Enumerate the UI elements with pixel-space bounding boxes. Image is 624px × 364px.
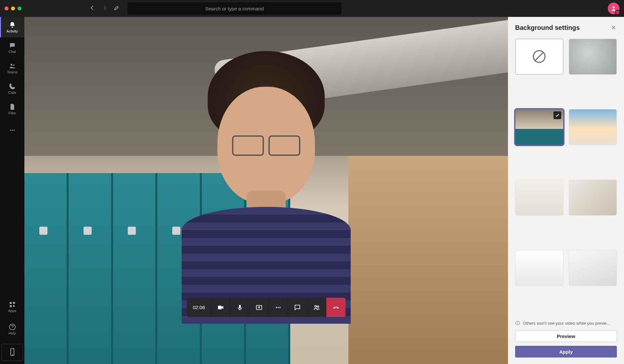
svg-rect-12 (239, 305, 241, 308)
bg-tile-4[interactable] (569, 180, 617, 216)
bell-icon (9, 21, 16, 29)
back-icon[interactable] (89, 5, 95, 12)
svg-point-5 (13, 130, 15, 131)
title-bar: Search or type a command (0, 0, 624, 17)
rail-label: Apps (8, 309, 16, 313)
bg-tile-3[interactable] (515, 180, 564, 216)
more-icon (9, 127, 16, 134)
svg-point-18 (317, 306, 319, 307)
help-icon (9, 323, 16, 331)
share-screen-icon (255, 304, 263, 311)
files-icon (9, 103, 16, 110)
mic-button[interactable] (230, 298, 250, 317)
apply-button[interactable]: Apply (515, 346, 617, 358)
svg-rect-6 (9, 302, 11, 304)
svg-rect-8 (9, 305, 11, 307)
svg-point-15 (278, 307, 279, 308)
info-icon (515, 320, 520, 326)
search-input[interactable]: Search or type a command (127, 2, 342, 15)
chat-icon (9, 42, 16, 49)
rail-label: Chat (8, 50, 16, 54)
svg-point-16 (280, 307, 281, 308)
app-rail: Activity Chat Teams Calls Files Apps (0, 17, 24, 364)
call-controls: 02:06 (187, 298, 345, 317)
svg-point-0 (613, 6, 615, 8)
apps-icon (9, 301, 16, 308)
rail-calls[interactable]: Calls (0, 78, 24, 99)
bg-tile-none[interactable] (515, 39, 564, 75)
rail-help[interactable]: Help (0, 319, 24, 339)
svg-rect-7 (13, 302, 15, 304)
more-actions-button[interactable] (269, 298, 288, 317)
self-video (182, 90, 351, 324)
mic-icon (236, 304, 243, 311)
background-grid (508, 35, 624, 319)
svg-point-2 (13, 64, 14, 66)
rail-teams[interactable]: Teams (0, 58, 24, 78)
bg-tile-1[interactable] (515, 109, 564, 145)
forward-icon[interactable] (102, 5, 108, 12)
svg-point-4 (12, 130, 13, 131)
hangup-button[interactable] (326, 298, 345, 317)
svg-point-11 (12, 354, 12, 355)
rail-label: Files (8, 111, 16, 115)
close-window-icon[interactable] (5, 6, 8, 10)
participants-button[interactable] (307, 298, 326, 317)
camera-button[interactable] (211, 298, 230, 317)
window-controls (5, 6, 21, 10)
svg-point-3 (10, 130, 11, 131)
bg-tile-blur[interactable] (569, 39, 617, 75)
rail-chat[interactable]: Chat (0, 37, 24, 58)
rail-label: Help (8, 331, 16, 335)
chat-icon (294, 304, 301, 311)
svg-point-14 (276, 307, 277, 308)
close-icon (611, 25, 616, 30)
more-icon (275, 304, 282, 311)
rail-files[interactable]: Files (0, 99, 24, 119)
chat-button[interactable] (288, 298, 307, 317)
people-icon (313, 304, 320, 311)
panel-title: Background settings (515, 24, 580, 31)
info-text: Others won't see your video while you pr… (523, 321, 610, 326)
rail-label: Calls (8, 91, 16, 94)
phone-icon (9, 83, 16, 90)
compose-icon[interactable] (114, 5, 120, 12)
bg-tile-5[interactable] (515, 250, 564, 286)
profile-avatar[interactable] (608, 3, 619, 14)
teams-icon (9, 62, 16, 69)
rail-more[interactable] (0, 120, 24, 140)
preview-button[interactable]: Preview (515, 330, 617, 342)
close-panel-button[interactable] (611, 25, 617, 31)
check-icon (553, 111, 561, 119)
minimize-window-icon[interactable] (11, 6, 15, 10)
preview-info: Others won't see your video while you pr… (508, 319, 624, 328)
call-timer: 02:06 (187, 298, 211, 317)
bg-tile-2[interactable] (569, 109, 617, 145)
rail-label: Activity (6, 29, 18, 33)
hangup-icon (332, 304, 340, 311)
fullscreen-window-icon[interactable] (18, 6, 21, 10)
rail-apps[interactable]: Apps (0, 296, 24, 317)
rail-label: Teams (7, 70, 17, 74)
svg-point-1 (10, 64, 12, 66)
svg-point-17 (315, 305, 317, 307)
rail-activity[interactable]: Activity (0, 17, 24, 37)
background-settings-panel: Background settings Others won't see you… (508, 17, 624, 364)
share-button[interactable] (250, 298, 269, 317)
video-stage: 02:06 (24, 17, 508, 364)
device-toggle[interactable] (2, 344, 23, 361)
bg-tile-6[interactable] (569, 250, 617, 286)
camera-icon (217, 304, 224, 311)
